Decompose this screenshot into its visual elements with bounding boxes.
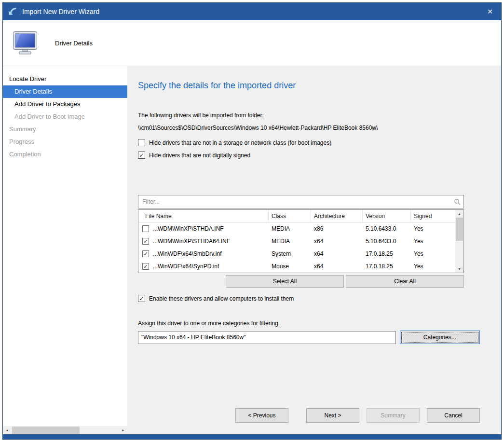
enable-drivers-checkbox[interactable]: ✓ (138, 295, 145, 302)
table-row[interactable]: ✓ ...WinWDF\x64\SmbDrv.inf System x64 17… (138, 248, 455, 260)
checkbox-row-digitally-signed: ✓ Hide drivers that are not digitally si… (138, 152, 480, 159)
signed-cell: Yes (411, 263, 456, 270)
enable-drivers-label: Enable these drivers and allow computers… (149, 295, 294, 302)
assign-categories-text: Assign this driver to one or more catego… (138, 320, 480, 327)
file-name-cell: ...WinWDF\x64\SmbDrv.inf (153, 250, 221, 257)
folder-path: \\cm01\Sources$\OSD\DriverSources\Window… (138, 124, 480, 131)
hscroll-track (11, 426, 119, 434)
file-name-cell: ...WDM\WinXP\STHDA.INF (153, 225, 224, 232)
next-button[interactable]: Next > (306, 408, 359, 423)
column-header-architecture[interactable]: Architecture (311, 210, 363, 222)
selection-buttons: Select All Clear All (226, 275, 464, 288)
sidebar-horizontal-scrollbar: ◄ ► (3, 426, 127, 434)
filter-box (138, 195, 464, 208)
class-cell: Mouse (269, 263, 311, 270)
category-input[interactable] (138, 331, 396, 344)
column-header-file-name[interactable]: File Name (138, 210, 269, 222)
main-panel: Specify the details for the imported dri… (127, 66, 501, 434)
bottom-accent-bar (3, 434, 501, 439)
version-cell: 17.0.18.25 (363, 263, 411, 270)
category-row: Categories... (138, 331, 480, 344)
table-row[interactable]: ✓ ...WDM\WinXP\STHDA64.INF MEDIA x64 5.1… (138, 235, 455, 248)
wizard-footer: < Previous Next > Summary Cancel (138, 408, 480, 423)
vscroll-thumb[interactable] (456, 218, 463, 241)
filter-input[interactable] (138, 198, 451, 205)
sidebar-item-progress: Progress (3, 136, 127, 148)
row-checkbox[interactable]: ✓ (142, 263, 149, 270)
digitally-signed-checkbox[interactable]: ✓ (138, 152, 145, 159)
column-header-signed[interactable]: Signed (411, 210, 456, 222)
clear-all-button[interactable]: Clear All (346, 275, 464, 288)
row-checkbox[interactable]: ✓ (142, 250, 149, 257)
sidebar-item-locate-driver[interactable]: Locate Driver (3, 73, 127, 85)
signed-cell: Yes (411, 238, 456, 245)
scroll-right-icon[interactable]: ► (119, 426, 127, 434)
digitally-signed-label: Hide drivers that are not digitally sign… (149, 152, 250, 159)
scroll-down-icon[interactable]: ▼ (455, 265, 463, 273)
page-title: Driver Details (55, 40, 93, 47)
architecture-cell: x64 (311, 263, 363, 270)
sidebar-item-add-driver-to-packages[interactable]: Add Driver to Packages (3, 98, 127, 110)
hscroll-thumb[interactable] (12, 427, 80, 434)
sidebar: Locate Driver Driver Details Add Driver … (3, 66, 127, 434)
cancel-button[interactable]: Cancel (427, 408, 480, 423)
wizard-icon (8, 7, 17, 16)
table-vertical-scrollbar: ▲ ▼ (455, 210, 463, 273)
sidebar-item-completion: Completion (3, 148, 127, 161)
file-name-cell: ...WinWDF\x64\SynPD.inf (153, 263, 219, 270)
sidebar-item-add-driver-to-boot-image: Add Driver to Boot Image (3, 110, 127, 123)
row-checkbox[interactable]: ✓ (142, 238, 149, 245)
vscroll-track (455, 218, 463, 265)
architecture-cell: x64 (311, 238, 363, 245)
class-cell: MEDIA (269, 225, 311, 232)
file-name-cell: ...WDM\WinXP\STHDA64.INF (153, 238, 230, 245)
class-cell: System (269, 250, 311, 257)
sidebar-item-summary: Summary (3, 123, 127, 136)
select-all-button[interactable]: Select All (226, 275, 344, 288)
signed-cell: Yes (411, 225, 456, 232)
sidebar-item-driver-details[interactable]: Driver Details (3, 85, 127, 98)
version-cell: 5.10.6433.0 (363, 225, 411, 232)
titlebar: Import New Driver Wizard ✕ (3, 3, 501, 20)
close-button[interactable]: ✕ (479, 3, 501, 20)
search-icon (451, 198, 463, 205)
row-checkbox[interactable] (142, 225, 149, 232)
computer-icon (13, 31, 41, 55)
column-header-class[interactable]: Class (269, 210, 311, 222)
version-cell: 17.0.18.25 (363, 250, 411, 257)
scroll-up-icon[interactable]: ▲ (455, 210, 463, 218)
storage-class-checkbox[interactable] (138, 139, 145, 146)
table-row[interactable]: ...WDM\WinXP\STHDA.INF MEDIA x86 5.10.64… (138, 222, 455, 235)
categories-button[interactable]: Categories... (400, 331, 480, 344)
architecture-cell: x86 (311, 225, 363, 232)
signed-cell: Yes (411, 250, 456, 257)
window-title: Import New Driver Wizard (22, 8, 99, 15)
wizard-window: Import New Driver Wizard ✕ Driver Detail… (2, 2, 502, 440)
version-cell: 5.10.6433.0 (363, 238, 411, 245)
column-header-version[interactable]: Version (363, 210, 411, 222)
previous-button[interactable]: < Previous (235, 408, 288, 423)
scroll-left-icon[interactable]: ◄ (3, 426, 11, 434)
architecture-cell: x64 (311, 250, 363, 257)
wizard-header: Driver Details (3, 20, 501, 66)
table-header: File Name Class Architecture Version Sig… (138, 210, 455, 222)
drivers-table: File Name Class Architecture Version Sig… (138, 209, 464, 273)
checkbox-row-enable-drivers: ✓ Enable these drivers and allow compute… (138, 295, 480, 302)
class-cell: MEDIA (269, 238, 311, 245)
checkbox-row-storage-class: Hide drivers that are not in a storage o… (138, 139, 480, 146)
summary-button: Summary (367, 408, 420, 423)
table-row[interactable]: ✓ ...WinWDF\x64\SynPD.inf Mouse x64 17.0… (138, 260, 455, 273)
page-heading: Specify the details for the imported dri… (138, 81, 480, 91)
close-icon: ✕ (487, 8, 493, 15)
storage-class-label: Hide drivers that are not in a storage o… (149, 139, 331, 146)
intro-text: The following drivers will be imported f… (138, 112, 480, 119)
